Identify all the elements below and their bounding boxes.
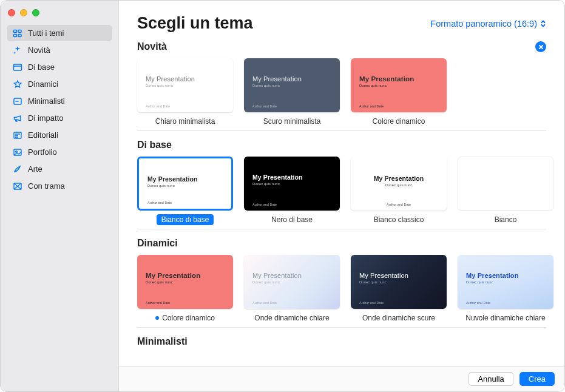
theme-thumbnail: My Presentation Donec quis nunc Author a… <box>351 58 447 112</box>
section-title: Novità <box>137 41 167 52</box>
sidebar-item-label: Di base <box>28 63 55 72</box>
theme-classic-white[interactable]: My Presentation Donec quis nunc Author a… <box>351 157 447 225</box>
megaphone-icon <box>12 113 22 123</box>
sparkle-icon <box>12 45 22 55</box>
theme-thumbnail: My Presentation Donec quis nunc Author a… <box>137 58 233 112</box>
sidebar-item-editorial[interactable]: Editoriali <box>7 127 112 143</box>
theme-thumbnail: My Presentation Donec quis nunc Author a… <box>458 255 553 309</box>
sidebar-list: Tutti i temi Novità Di base <box>1 25 118 194</box>
theme-label: Bianco classico <box>369 214 429 225</box>
sidebar-item-dynamic[interactable]: Dinamici <box>7 76 112 92</box>
theme-dynamic-clouds-light[interactable]: My Presentation Donec quis nunc Author a… <box>458 255 553 323</box>
newspaper-icon <box>12 130 22 140</box>
theme-thumbnail: My Presentation Donec quis nunc Author a… <box>137 157 233 211</box>
theme-light-minimal[interactable]: My Presentation Donec quis nunc Author a… <box>137 58 233 127</box>
sidebar-item-label: Dinamici <box>28 79 58 89</box>
slide-format-popup[interactable]: Formato panoramico (16:9) <box>430 19 546 29</box>
image-icon <box>12 147 22 157</box>
theme-dynamic-waves-light[interactable]: My Presentation Donec quis nunc Author a… <box>244 255 340 323</box>
main: Scegli un tema Formato panoramico (16:9)… <box>119 1 564 391</box>
svg-rect-3 <box>18 34 21 36</box>
sidebar-item-label: Novità <box>28 46 50 55</box>
brush-icon <box>12 164 22 174</box>
svg-rect-4 <box>13 64 21 70</box>
svg-rect-0 <box>13 30 16 32</box>
theme-thumbnail <box>458 157 553 211</box>
new-indicator-dot <box>155 316 159 320</box>
body: Tutti i temi Novità Di base <box>1 1 564 391</box>
section-title: Minimalisti <box>137 336 188 347</box>
page-title: Scegli un tema <box>137 14 253 33</box>
section-title: Di base <box>137 140 172 150</box>
sidebar-item-label: Portfolio <box>28 147 57 157</box>
sidebar-item-new[interactable]: Novità <box>7 42 112 58</box>
star-icon <box>12 79 22 89</box>
theme-thumbnail: My Presentation Donec quis nunc Author a… <box>244 255 340 309</box>
theme-dynamic-color-new[interactable]: My Presentation Donec quis nunc Author a… <box>351 58 447 127</box>
header: Scegli un tema Formato panoramico (16:9) <box>119 1 564 41</box>
popup-label: Formato panoramico (16:9) <box>430 19 537 29</box>
sidebar-item-label: Di impatto <box>28 113 64 123</box>
theme-label: Nero di base <box>266 214 317 225</box>
grid-icon <box>12 28 22 38</box>
theme-label: Chiaro minimalista <box>151 116 220 127</box>
sidebar-item-label: Tutti i temi <box>28 29 64 38</box>
sidebar-item-art[interactable]: Arte <box>7 161 112 177</box>
svg-point-8 <box>15 150 17 152</box>
theme-label: Nuvole dinamiche chiare <box>461 313 550 323</box>
sidebar-item-label: Minimalisti <box>28 96 65 106</box>
svg-rect-1 <box>18 30 21 32</box>
sidebar-item-basic[interactable]: Di base <box>7 59 112 75</box>
dismiss-section-button[interactable] <box>535 41 546 52</box>
window-controls <box>1 5 118 25</box>
sidebar-item-label: Arte <box>28 164 42 174</box>
sidebar-item-label: Con trama <box>28 181 65 191</box>
sidebar-item-label: Editoriali <box>28 130 58 140</box>
section-dynamic: Dinamici My Presentation Donec quis nunc… <box>137 238 564 328</box>
theme-thumbnail: My Presentation Donec quis nunc Author a… <box>351 157 447 211</box>
close-window-button[interactable] <box>8 9 15 16</box>
section-title: Dinamici <box>137 238 178 249</box>
sidebar-item-portfolio[interactable]: Portfolio <box>7 144 112 160</box>
theme-label: Onde dinamiche chiare <box>249 313 334 323</box>
section-basic: Di base My Presentation Donec quis nunc … <box>137 140 564 229</box>
theme-scroll-area[interactable]: Novità My Presentation Donec quis nunc <box>119 41 564 366</box>
create-button[interactable]: Crea <box>519 372 555 386</box>
theme-chooser-window: Tutti i temi Novità Di base <box>0 0 565 392</box>
theme-dark-minimal[interactable]: My Presentation Donec quis nunc Author a… <box>244 58 340 127</box>
theme-label: Bianco <box>490 214 522 225</box>
sidebar-item-all-themes[interactable]: Tutti i temi <box>7 25 112 41</box>
theme-white[interactable]: Bianco <box>458 157 553 225</box>
sidebar: Tutti i temi Novità Di base <box>1 1 119 391</box>
sidebar-item-minimalist[interactable]: Minimalisti <box>7 93 112 109</box>
section-new: Novità My Presentation Donec quis nunc <box>137 41 564 131</box>
updown-chevron-icon <box>540 19 546 28</box>
doc-icon <box>12 96 22 106</box>
theme-label: Scuro minimalista <box>259 116 326 127</box>
svg-rect-2 <box>13 34 16 36</box>
theme-thumbnail: My Presentation Donec quis nunc Author a… <box>244 58 340 112</box>
texture-icon <box>12 181 22 191</box>
theme-basic-white[interactable]: My Presentation Donec quis nunc Author a… <box>137 157 233 225</box>
theme-thumbnail: My Presentation Donec quis nunc Author a… <box>244 157 340 211</box>
footer: Annulla Crea <box>119 366 564 391</box>
sidebar-item-bold[interactable]: Di impatto <box>7 110 112 126</box>
theme-label: Onde dinamiche scure <box>357 313 440 323</box>
theme-label: Colore dinamico <box>151 313 220 323</box>
theme-basic-black[interactable]: My Presentation Donec quis nunc Author a… <box>244 157 340 225</box>
theme-label: Colore dinamico <box>368 116 430 127</box>
minimize-window-button[interactable] <box>20 9 27 16</box>
sidebar-item-textured[interactable]: Con trama <box>7 178 112 194</box>
theme-thumbnail: My Presentation Donec quis nunc Author a… <box>137 255 233 309</box>
folder-icon <box>12 62 22 72</box>
theme-dynamic-waves-dark[interactable]: My Presentation Donec quis nunc Author a… <box>351 255 447 323</box>
cancel-button[interactable]: Annulla <box>469 372 513 386</box>
theme-dynamic-color[interactable]: My Presentation Donec quis nunc Author a… <box>137 255 233 323</box>
theme-label: Bianco di base <box>157 214 214 225</box>
zoom-window-button[interactable] <box>32 9 39 16</box>
section-minimalist: Minimalisti <box>137 336 564 347</box>
theme-thumbnail: My Presentation Donec quis nunc Author a… <box>351 255 447 309</box>
